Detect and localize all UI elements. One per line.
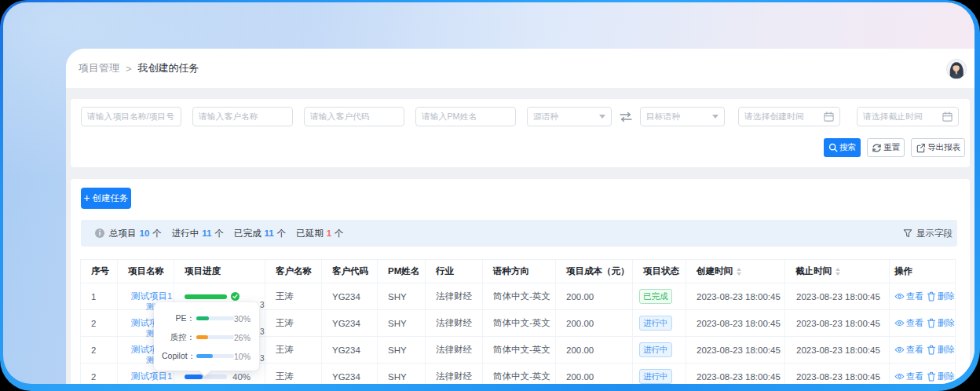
col-header-created[interactable]: 创建时间 [686,260,785,283]
create-task-button[interactable]: + 创建任务 [81,188,131,209]
filter-panel: 请输入项目名称/项目号 请输入客户名称 请输入客户代码 请输入PM姓名 源语种 [71,99,970,167]
progress-subtext-dark: 3 [260,328,265,336]
tooltip-label: Copilot： [162,351,195,362]
app-window: 项目管理 > 我创建的任务 [0,0,980,391]
col-header-deadline[interactable]: 截止时间 [785,260,890,283]
column-header-label: PM姓名 [388,265,419,277]
customer-name-input[interactable]: 请输入客户名称 [192,107,293,126]
view-button[interactable]: 查看 [894,371,923,382]
project-name-link[interactable]: 测试项目1 [131,291,172,302]
sort-ascending-icon[interactable] [836,268,840,271]
cell-pm: SHY [378,310,426,336]
cell-language: 简体中文-英文 [483,337,556,363]
cell-index: 2 [80,337,118,363]
project-name-input[interactable]: 请输入项目名称/项目号 [81,107,181,126]
column-header-label: 创建时间 [697,265,733,277]
delete-button[interactable]: 删除 [927,317,955,329]
tooltip-percent: 10% [234,352,250,361]
progress-bar-fill [185,294,227,299]
breadcrumb-section[interactable]: 项目管理 [79,61,119,75]
stat-value: 1 [327,228,331,238]
view-button[interactable]: 查看 [894,317,923,329]
user-avatar[interactable] [946,59,967,79]
breadcrumb: 项目管理 > 我创建的任务 [79,49,199,88]
eye-icon [894,345,905,355]
reset-button[interactable]: 重置 [867,138,905,157]
sort-descending-icon[interactable] [737,272,741,276]
filter-spacer [840,107,857,126]
cell-text: YG234 [332,345,360,355]
progress-bar[interactable] [185,294,227,299]
refresh-icon [872,143,882,153]
cell-text: 简体中文-英文 [493,371,550,382]
cell-text: 简体中文-英文 [493,291,550,302]
cell-industry: 法律财经 [426,337,483,363]
cell-text: 2 [91,319,96,328]
sort-icon[interactable] [737,268,741,276]
delete-button[interactable]: 删除 [927,291,955,302]
col-header-language: 语种方向 [483,260,556,283]
column-header-label: 客户名称 [276,265,312,277]
cell-text: 2023-08-23 18:00:45 [697,345,781,355]
stat-label: 已延期 [296,228,324,239]
display-fields-button[interactable]: 显示字段 [903,228,953,239]
deadline-placeholder: 请选择截止时间 [863,111,923,122]
cell-customer-code: YG234 [322,337,378,363]
source-language-select[interactable]: 源语种 [527,107,612,126]
cell-index: 1 [80,283,118,309]
col-header-status: 项目状态 [633,260,686,283]
cell-text: 王涛 [276,317,294,329]
col-header-progress: 项目进度 [174,260,265,283]
cell-actions: 查看 删除 [890,310,956,336]
top-bar: 项目管理 > 我创建的任务 [66,49,975,88]
export-button-label: 导出报表 [927,142,960,153]
cell-text: SHY [388,372,407,382]
cell-status: 已完成 [633,283,686,309]
pe-progress-bar [196,316,234,320]
sort-descending-icon[interactable] [836,272,840,276]
status-badge: 进行中 [639,316,672,331]
sort-ascending-icon[interactable] [737,268,741,271]
stat-value: 11 [264,228,273,238]
source-language-placeholder: 源语种 [533,111,558,122]
display-fields-label: 显示字段 [916,228,953,239]
progress-percent: 40% [232,372,250,382]
column-header-label: 项目成本（元） [566,265,630,277]
customer-code-placeholder: 请输入客户代码 [310,111,370,122]
delete-button[interactable]: 删除 [927,371,955,382]
sort-icon[interactable] [836,268,840,276]
stat-completed: 已完成 11 个 [234,228,286,239]
cell-text: 2023-08-23 18:00:45 [697,292,781,301]
target-language-select[interactable]: 目标语种 [640,107,725,126]
cell-text: YG234 [332,372,360,382]
export-report-button[interactable]: 导出报表 [911,138,965,157]
stat-value: 10 [140,228,150,238]
column-header-label: 操作 [894,265,912,277]
search-button[interactable]: 搜索 [824,138,861,157]
swap-languages-button[interactable] [612,107,640,126]
cell-text: 200.00 [566,319,594,328]
cell-index: 2 [80,310,118,336]
tooltip-percent: 26% [234,333,250,342]
stat-unit: 个 [335,228,344,239]
view-button[interactable]: 查看 [894,344,923,356]
cell-customer: 王涛 [265,310,322,336]
pm-name-input[interactable]: 请输入PM姓名 [415,107,516,126]
cell-text: 法律财经 [436,371,472,382]
stat-value: 11 [202,228,211,238]
cell-text: 王涛 [276,291,294,302]
gradient-backdrop: 项目管理 > 我创建的任务 [3,2,975,384]
delete-button[interactable]: 删除 [927,344,955,356]
customer-code-input[interactable]: 请输入客户代码 [304,107,404,126]
deadline-picker[interactable]: 请选择截止时间 [857,107,959,126]
col-header-name: 项目名称 [118,260,174,283]
project-name-link[interactable]: 测试项目1 [131,371,172,382]
copilot-progress-bar [196,354,234,358]
cell-created: 2023-08-23 18:00:45 [686,283,785,309]
cell-cost: 200.00 [556,364,633,384]
create-time-picker[interactable]: 请选择创建时间 [738,107,840,126]
customer-name-placeholder: 请输入客户名称 [199,111,258,122]
cell-status: 进行中 [633,337,686,363]
cell-text: SHY [388,319,407,328]
view-button[interactable]: 查看 [894,291,923,302]
